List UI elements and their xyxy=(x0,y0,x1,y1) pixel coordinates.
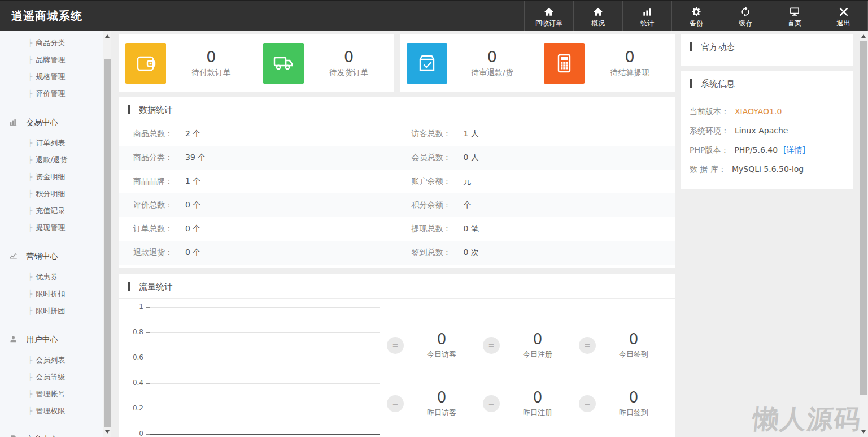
php-details-link[interactable]: [详情] xyxy=(783,145,805,154)
sidebar-item-label: 商品分类 xyxy=(36,38,65,47)
stat-value: 0 笔 xyxy=(464,224,479,234)
sidebar-item-goods-category[interactable]: ├商品分类 xyxy=(0,34,103,51)
wallet-icon xyxy=(125,43,166,84)
y-tick-label: 0.4 xyxy=(123,379,143,387)
nav-item-stats[interactable]: 统计 xyxy=(622,1,671,32)
admin-dashboard: 逍遥商城系统 回收订单 概况 统计 备份 缓存 xyxy=(0,0,868,437)
sidebar-item-brand-mgmt[interactable]: ├品牌管理 xyxy=(0,51,103,68)
stat-label: 商品分类： xyxy=(119,153,185,163)
branch-icon: ├ xyxy=(28,90,32,98)
sidebar-item-points-detail[interactable]: ├积分明细 xyxy=(0,185,103,202)
sidebar-section-article-center[interactable]: 文章中心 xyxy=(0,427,103,437)
nav-item-backup[interactable]: 备份 xyxy=(671,1,721,32)
page-scrollbar-thumb[interactable] xyxy=(860,41,867,395)
sidebar-item-coupons[interactable]: ├优惠券 xyxy=(0,269,103,285)
scroll-down-icon[interactable] xyxy=(861,430,866,434)
sidebar-item-admin-permissions[interactable]: ├管理权限 xyxy=(0,403,103,419)
stat-value: 1 人 xyxy=(464,129,479,139)
branch-icon: ├ xyxy=(28,139,32,147)
nav-item-homepage[interactable]: 首页 xyxy=(770,1,819,32)
watermark-text: 懒人源码 xyxy=(751,402,863,437)
nav-label: 缓存 xyxy=(721,19,770,28)
card-value: 0 xyxy=(585,48,675,66)
sidebar-item-label: 充值记录 xyxy=(36,206,65,215)
section-marker xyxy=(690,79,692,88)
sidebar-section-label: 用户中心 xyxy=(26,335,58,344)
nav-item-logout[interactable]: 退出 xyxy=(819,1,868,32)
sidebar-item-recharge-records[interactable]: ├充值记录 xyxy=(0,202,103,219)
stat-value: 元 xyxy=(464,176,472,187)
card-value: 0 xyxy=(447,48,538,66)
sidebar-item-label: 优惠券 xyxy=(36,272,58,281)
system-info-row-version: 当前版本：XIAOYAO1.0 xyxy=(690,102,853,121)
sidebar-item-group-buy[interactable]: ├限时拼团 xyxy=(0,302,103,319)
section-title: 流量统计 xyxy=(139,282,173,292)
sidebar-section-marketing-center[interactable]: 营销中心 xyxy=(0,244,103,269)
card-label: 待发货订单 xyxy=(304,68,394,78)
sidebar-item-admin-accounts[interactable]: ├管理帐号 xyxy=(0,386,103,403)
stat-row: 评价总数：0 个 积分余额：个 xyxy=(119,193,675,217)
stat-value: 2 个 xyxy=(185,129,200,139)
box-check-icon xyxy=(407,43,447,84)
card-value: 0 xyxy=(166,48,256,66)
card-pending-payment[interactable]: 0 待付款订单 xyxy=(119,34,256,92)
sidebar-item-member-level[interactable]: ├会员等级 xyxy=(0,369,103,386)
system-info-rows: 当前版本：XIAOYAO1.0 系统环境：Linux Apache PHP版本：… xyxy=(681,96,853,179)
branch-icon: ├ xyxy=(28,173,32,181)
nav-item-cache[interactable]: 缓存 xyxy=(721,1,770,32)
card-label: 待付款订单 xyxy=(166,68,256,78)
info-label: 数 据 库： xyxy=(690,165,726,174)
sidebar-section-label: 营销中心 xyxy=(26,252,58,261)
info-label: PHP版本： xyxy=(690,145,729,154)
close-icon xyxy=(819,4,867,18)
sidebar-item-member-list[interactable]: ├会员列表 xyxy=(0,352,103,369)
branch-icon: ├ xyxy=(28,190,32,198)
branch-icon: ├ xyxy=(28,407,32,415)
scroll-down-icon[interactable] xyxy=(105,430,110,434)
sidebar-item-flash-discount[interactable]: ├限时折扣 xyxy=(0,285,103,302)
section-title: 系统信息 xyxy=(701,79,735,89)
card-pending-refund-review[interactable]: 0 待审退款/货 xyxy=(400,34,538,92)
sidebar-item-order-list[interactable]: ├订单列表 xyxy=(0,135,103,152)
calculator-icon xyxy=(544,43,585,84)
sidebar-item-spec-mgmt[interactable]: ├规格管理 xyxy=(0,68,103,85)
scroll-up-icon[interactable] xyxy=(861,34,866,38)
stat-label: 订单总数： xyxy=(119,224,185,234)
stat-value: 个 xyxy=(464,200,472,210)
chart-gridline: 0.2 xyxy=(150,409,380,409)
sidebar-item-funds-detail[interactable]: ├资金明细 xyxy=(0,168,103,185)
sidebar-item-refund-return[interactable]: ├退款/退货 xyxy=(0,152,103,168)
bar-chart-icon xyxy=(9,111,18,136)
sidebar-item-label: 规格管理 xyxy=(36,72,65,81)
header-nav: 回收订单 概况 统计 备份 缓存 首页 xyxy=(524,1,868,32)
sidebar-item-label: 会员列表 xyxy=(36,356,65,364)
sidebar-scrollbar-thumb[interactable] xyxy=(104,59,111,427)
sidebar-section-user-center[interactable]: 用户中心 xyxy=(0,327,103,352)
system-info-header: 系统信息 xyxy=(681,71,853,96)
mini-stat-value: 0 xyxy=(592,331,675,348)
card-pending-shipment[interactable]: 0 待发货订单 xyxy=(256,34,394,92)
sidebar-item-review-mgmt[interactable]: ├评价管理 xyxy=(0,85,103,102)
sidebar-item-withdraw-mgmt[interactable]: ├提现管理 xyxy=(0,219,103,236)
sidebar-item-label: 限时拼团 xyxy=(36,306,65,315)
sidebar-section-trade-center[interactable]: 交易中心 xyxy=(0,110,103,135)
chart-gridline: 0.8 xyxy=(150,332,380,333)
nav-item-recycle-orders[interactable]: 回收订单 xyxy=(524,1,573,32)
branch-icon: ├ xyxy=(28,73,32,81)
card-pending-settlement[interactable]: 0 待结算提现 xyxy=(537,34,675,92)
sidebar-scrollbar[interactable] xyxy=(103,31,111,437)
sidebar: ├商品分类 ├品牌管理 ├规格管理 ├评价管理 交易中心 ├订单列表 ├退款/退… xyxy=(0,31,111,437)
sidebar-item-label: 积分明细 xyxy=(36,189,65,198)
scroll-up-icon[interactable] xyxy=(105,34,110,38)
sidebar-section-label: 文章中心 xyxy=(26,435,58,437)
nav-item-overview[interactable]: 概况 xyxy=(573,1,622,32)
page-scrollbar[interactable] xyxy=(860,31,868,437)
summary-cards-row: 0 待付款订单 0 待发货订单 xyxy=(119,34,675,92)
mini-stat-label: 昨日注册 xyxy=(496,408,579,418)
data-stats-rows: 商品总数：2 个 访客总数：1 人 商品分类：39 个 会员总数：0 人 商品品… xyxy=(119,122,675,265)
branch-icon: ├ xyxy=(28,224,32,232)
sidebar-item-label: 会员等级 xyxy=(36,373,65,381)
sidebar-group-trade: 交易中心 ├订单列表 ├退款/退货 ├资金明细 ├积分明细 ├充值记录 ├提现管… xyxy=(0,106,103,240)
y-tick-label: 0.6 xyxy=(123,353,143,361)
official-news-header: 官方动态 xyxy=(681,34,853,59)
